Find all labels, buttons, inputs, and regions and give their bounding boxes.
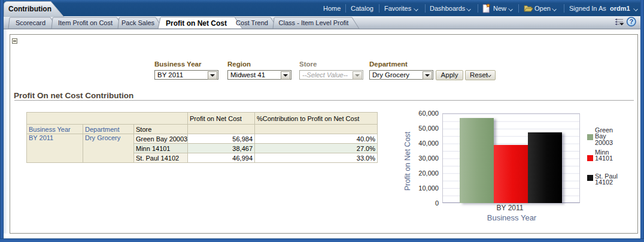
svg-text:?: ? <box>629 18 633 25</box>
